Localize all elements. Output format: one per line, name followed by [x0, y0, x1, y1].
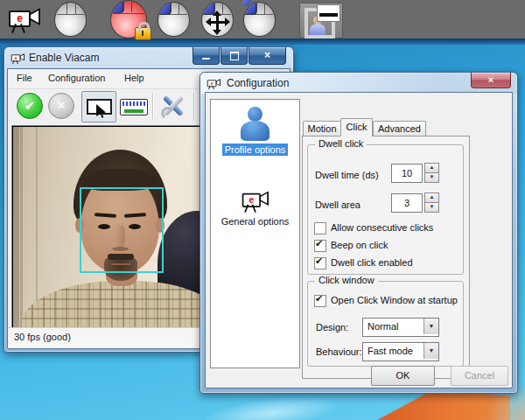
locked-left-click-mouse-button[interactable]: [110, 0, 147, 38]
cancel-button: Cancel: [451, 366, 508, 386]
sidebar-item-profile-options[interactable]: Profile options: [211, 107, 299, 156]
dwell-area-input[interactable]: 3: [391, 193, 423, 213]
menu-configuration[interactable]: Configuration: [48, 73, 105, 83]
enable-tracking-button[interactable]: ✔: [17, 93, 43, 119]
behaviour-dropdown-button[interactable]: ▼: [424, 343, 438, 359]
allow-consecutive-clicks-label: Allow consecutive clicks: [331, 222, 433, 233]
toolbar-separator: [152, 93, 154, 119]
click-window-legend: Click window: [315, 275, 378, 285]
dwell-area-down-button[interactable]: ▼: [424, 202, 439, 213]
configuration-dialog: e Configuration × Profile options e: [200, 72, 518, 394]
eviacam-camera-icon: e: [241, 187, 270, 214]
logo-letter: e: [10, 12, 29, 24]
double-click-mouse-button[interactable]: [243, 2, 276, 37]
up-arrow-icon: ▲: [425, 164, 438, 172]
dwell-click-group: Dwell click Dwell time (ds) 10 ▲ ▼ Dwell…: [307, 144, 464, 275]
check-icon: ✔: [24, 98, 36, 113]
stop-tracking-button[interactable]: ✕: [48, 93, 74, 119]
dwell-click-legend: Dwell click: [315, 138, 367, 149]
maximize-icon: [230, 52, 239, 60]
locked-left-click-mouse-icon: [110, 0, 147, 38]
sidebar-item-general-options[interactable]: e General options: [211, 187, 299, 228]
chevron-down-icon: ▼: [424, 318, 438, 333]
minimize-icon: [202, 58, 210, 60]
beep-on-click-row: ✔ Beep on click: [314, 240, 458, 252]
open-click-window-label: Open Click Window at startup: [331, 295, 458, 305]
behaviour-dropdown[interactable]: Fast mode ▼: [362, 342, 439, 361]
beep-on-click-label: Beep on click: [331, 240, 388, 250]
show-main-window-button[interactable]: [299, 3, 343, 38]
wrench-screwdriver-icon: [160, 93, 186, 119]
dwell-click-enabled-row: ✔ Dwell click enabled: [314, 257, 458, 270]
behaviour-label: Behaviour:: [316, 346, 362, 357]
fps-status: 30 fps (good): [14, 332, 71, 342]
drag-mouse-button[interactable]: [201, 2, 234, 37]
maximize-button[interactable]: [220, 47, 248, 65]
eviacam-app-icon: e: [10, 52, 26, 65]
allow-consecutive-clicks-row: Allow consecutive clicks: [314, 222, 458, 234]
drag-cross-icon: [208, 13, 228, 32]
minimize-button[interactable]: [192, 47, 220, 65]
left-click-mouse-button[interactable]: [158, 2, 190, 37]
ok-button[interactable]: OK: [371, 366, 435, 386]
dialog-titlebar[interactable]: e Configuration ×: [200, 73, 517, 94]
menu-help[interactable]: Help: [124, 73, 144, 83]
tab-advanced[interactable]: Advanced: [373, 121, 426, 136]
allow-consecutive-clicks-checkbox[interactable]: [314, 222, 326, 234]
design-dropdown[interactable]: Normal ▼: [362, 318, 439, 337]
click-window-toggle-button[interactable]: [81, 91, 116, 122]
close-icon: ×: [249, 47, 285, 63]
no-click-mouse-button[interactable]: [54, 2, 87, 37]
dwell-click-enabled-label: Dwell click enabled: [331, 257, 413, 268]
user-body-icon: [310, 24, 326, 35]
keyboard-icon: [120, 99, 148, 116]
open-click-window-checkbox[interactable]: ✔: [314, 295, 326, 307]
dwell-time-input[interactable]: 10: [391, 164, 423, 183]
profile-options-label: Profile options: [222, 144, 289, 156]
chevron-down-icon: ▼: [424, 343, 438, 358]
down-arrow-icon: ▼: [425, 203, 438, 211]
beep-on-click-checkbox[interactable]: ✔: [314, 240, 326, 252]
click-window-dock: e: [0, 0, 525, 38]
window-icon: [317, 4, 340, 22]
desktop: e: [0, 0, 525, 420]
click-window-group: Click window ✔ Open Click Window at star…: [307, 281, 464, 367]
dwell-time-spinner: ▲ ▼: [424, 163, 438, 182]
padlock-icon: [135, 27, 151, 40]
stop-icon: ✕: [57, 99, 66, 112]
dwell-area-label: Dwell area: [315, 200, 360, 210]
dialog-client: Profile options e General options Motion…: [205, 92, 513, 388]
wallpaper-light-streak: [200, 389, 343, 420]
dialog-title: Configuration: [227, 77, 289, 89]
eviacam-logo-icon: e: [7, 4, 42, 35]
tab-click[interactable]: Click: [340, 118, 373, 136]
down-arrow-icon: ▼: [425, 173, 438, 181]
double-click-mouse-icon: [243, 2, 276, 37]
close-button[interactable]: ×: [248, 47, 286, 65]
door-frame-line2: [36, 127, 38, 327]
person-icon: [238, 107, 273, 142]
design-label: Design:: [316, 322, 348, 332]
general-options-label: General options: [219, 215, 292, 228]
options-list: Profile options e General options: [210, 99, 300, 368]
up-arrow-icon: ▲: [425, 193, 438, 201]
door-edge: [13, 127, 19, 327]
toolbar-separator2: [193, 93, 195, 119]
menu-file[interactable]: File: [17, 73, 32, 83]
dwell-time-label: Dwell time (ds): [315, 170, 379, 180]
click-tab-panel: Dwell click Dwell time (ds) 10 ▲ ▼ Dwell…: [302, 136, 470, 379]
dwell-area-spinner: ▲ ▼: [424, 192, 438, 212]
tab-motion[interactable]: Motion: [303, 121, 341, 136]
dialog-close-button[interactable]: ×: [471, 73, 511, 88]
dialog-close-icon: ×: [472, 73, 510, 87]
main-window-title: Enable Viacam: [29, 52, 100, 64]
dwell-time-down-button[interactable]: ▼: [424, 172, 439, 183]
dwell-click-enabled-checkbox[interactable]: ✔: [314, 257, 326, 270]
design-dropdown-button[interactable]: ▼: [424, 318, 438, 334]
onscreen-keyboard-button[interactable]: [116, 91, 150, 121]
design-value: Normal: [368, 321, 398, 332]
dialog-eviacam-icon: e: [206, 77, 222, 90]
main-titlebar[interactable]: e Enable Viacam ×: [4, 47, 293, 68]
drag-mouse-icon: [201, 2, 234, 37]
settings-button[interactable]: [157, 91, 190, 121]
